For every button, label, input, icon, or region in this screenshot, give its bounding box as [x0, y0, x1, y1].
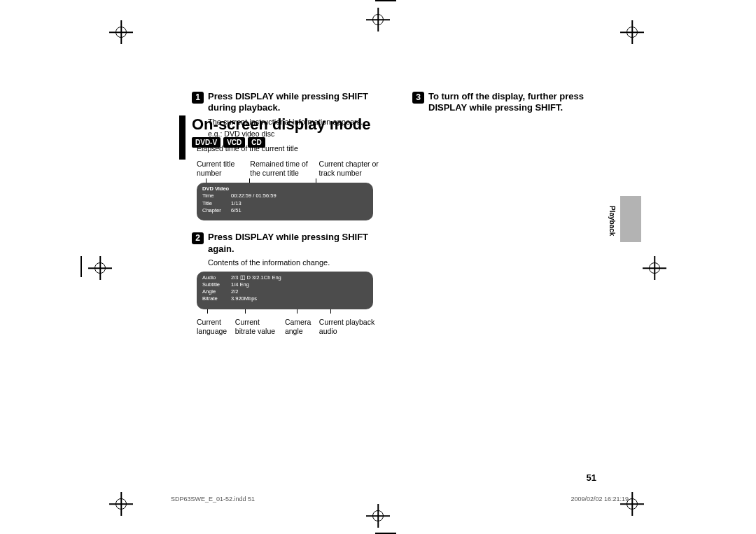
- step-1-title: Press DISPLAY while pressing SHIFT durin…: [208, 91, 384, 114]
- right-column: 3 To turn off the display, further press…: [412, 91, 605, 335]
- callout-playback-audio: Current playback audio: [319, 318, 384, 335]
- step-2: 2 Press DISPLAY while pressing SHIFT aga…: [192, 232, 384, 255]
- callout-remained-time: Remained time of the current title: [250, 160, 318, 177]
- osd1-row-3: Chapter6/51: [202, 207, 368, 214]
- header-accent-bar: [179, 115, 186, 160]
- manual-page: On-screen display mode DVD-V VCD CD Play…: [115, 35, 641, 483]
- step-3-title: To turn off the display, further press D…: [428, 91, 605, 114]
- osd-panel-1: DVD Video Time00:22:59 / 01:56:59 Title1…: [197, 183, 373, 220]
- step-3: 3 To turn off the display, further press…: [412, 91, 605, 114]
- osd-panel-2: Audio2/3 ◫ D 3/2.1Ch Eng Subtitle1/4 Eng…: [197, 272, 373, 309]
- osd1-row-2: Title1/13: [202, 200, 368, 207]
- left-column: 1 Press DISPLAY while pressing SHIFT dur…: [192, 91, 384, 335]
- callouts-above-osd1: Current title number Remained time of th…: [197, 160, 384, 177]
- step-2-body: Contents of the information change.: [208, 258, 384, 267]
- osd1-row-1: Time00:22:59 / 01:56:59: [202, 192, 368, 199]
- osd1-row-0: DVD Video: [202, 185, 368, 192]
- osd2-row-3: Bitrate3.920Mbps: [202, 295, 368, 302]
- callout-current-bitrate: Current bitrate value: [235, 318, 285, 335]
- page-number: 51: [587, 472, 596, 483]
- section-thumb-label: Playback: [608, 206, 616, 236]
- callout-camera-angle: Camera angle: [285, 318, 319, 335]
- callout-current-chapter: Current chapter or track number: [319, 160, 384, 177]
- callout-elapsed: Elapsed time of the current title: [197, 144, 384, 154]
- osd2-row-1: Subtitle1/4 Eng: [202, 281, 368, 288]
- step-1-eg: e.g.: DVD video disc: [208, 129, 384, 139]
- callouts-below-osd2: Current language Current bitrate value C…: [197, 318, 384, 335]
- content-area: 1 Press DISPLAY while pressing SHIFT dur…: [192, 91, 605, 335]
- step-2-title: Press DISPLAY while pressing SHIFT again…: [208, 232, 384, 255]
- step-number-icon: 2: [192, 232, 204, 244]
- footer-file-stamp: SDP63SWE_E_01-52.indd 51: [171, 496, 255, 503]
- footer-timestamp: 2009/02/02 16:21:19: [570, 496, 629, 503]
- step-number-icon: 3: [412, 92, 424, 104]
- step-1-body: The current instructional information ap…: [208, 117, 384, 127]
- section-thumb-tab: [620, 196, 641, 242]
- osd2-row-0: Audio2/3 ◫ D 3/2.1Ch Eng: [202, 274, 368, 281]
- callout-current-language: Current language: [197, 318, 235, 335]
- step-1: 1 Press DISPLAY while pressing SHIFT dur…: [192, 91, 384, 114]
- callout-current-title: Current title number: [197, 160, 250, 177]
- osd2-row-2: Angle2/2: [202, 288, 368, 295]
- step-number-icon: 1: [192, 92, 204, 104]
